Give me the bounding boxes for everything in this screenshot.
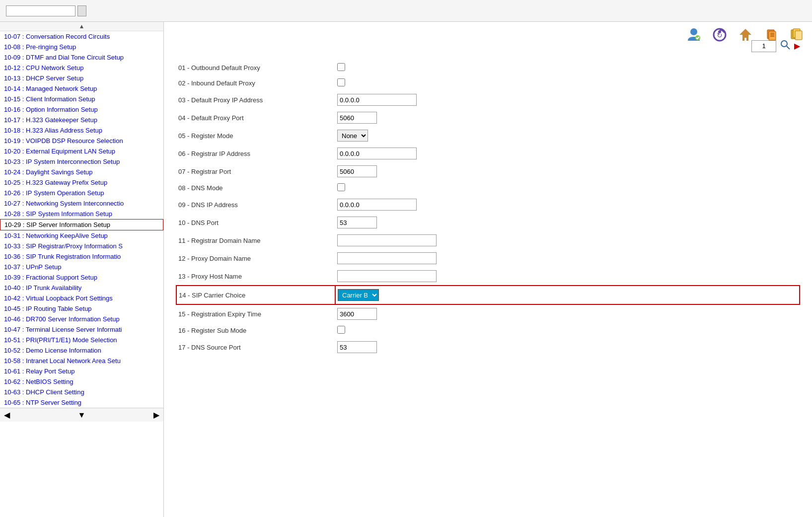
sidebar-item-10-12[interactable]: 10-12 : CPU Network Setup — [0, 63, 163, 73]
text-input-07[interactable] — [337, 165, 377, 177]
sidebar-item-10-24[interactable]: 10-24 : Daylight Savings Setup — [0, 167, 163, 177]
sidebar-item-10-29[interactable]: 10-29 : SIP Server Information Setup — [0, 219, 163, 230]
sidebar-item-10-23[interactable]: 10-23 : IP System Interconnection Setup — [0, 156, 163, 167]
field-label-17: 17 - DNS Source Port — [176, 338, 335, 356]
refresh-button[interactable]: ↻ — [711, 26, 729, 45]
field-label-09: 09 - DNS IP Address — [176, 196, 335, 214]
sidebar-item-10-26[interactable]: 10-26 : IP System Operation Setup — [0, 188, 163, 198]
sidebar-item-10-17[interactable]: 10-17 : H.323 Gatekeeper Setup — [0, 115, 163, 125]
text-input-10[interactable] — [337, 217, 377, 228]
sidebar-scroll-down-btn[interactable]: ▼ — [78, 410, 86, 420]
sidebar-item-10-61[interactable]: 10-61 : Relay Port Setup — [0, 366, 163, 376]
sidebar-item-10-18[interactable]: 10-18 : H.323 Alias Address Setup — [0, 125, 163, 136]
sidebar-item-10-47[interactable]: 10-47 : Terminal License Server Informat… — [0, 324, 163, 335]
checkbox-08[interactable] — [337, 183, 345, 191]
select-05[interactable]: None — [337, 130, 368, 142]
sidebar-item-10-09[interactable]: 10-09 : DTMF and Dial Tone Circuit Setup — [0, 52, 163, 63]
sidebar-item-10-33[interactable]: 10-33 : SIP Registrar/Proxy Information … — [0, 241, 163, 251]
sidebar-item-10-13[interactable]: 10-13 : DHCP Server Setup — [0, 73, 163, 83]
field-label-14: 14 - SIP Carrier Choice — [176, 286, 335, 304]
sidebar-item-10-19[interactable]: 10-19 : VOIPDB DSP Resource Selection — [0, 136, 163, 146]
text-input-09[interactable] — [337, 199, 417, 211]
copy-button[interactable] — [762, 26, 780, 45]
sidebar-scroll-up[interactable] — [0, 22, 163, 31]
field-value-06 — [335, 145, 800, 162]
field-value-07 — [335, 162, 800, 180]
checkbox-02[interactable] — [337, 78, 345, 86]
sidebar-item-10-28[interactable]: 10-28 : SIP System Information Setup — [0, 209, 163, 219]
field-label-06: 06 - Registrar IP Address — [176, 145, 335, 162]
field-value-05: None — [335, 127, 800, 145]
copy-group-button[interactable] — [788, 26, 806, 45]
field-label-05: 05 - Register Mode — [176, 127, 335, 145]
field-value-08 — [335, 180, 800, 196]
sidebar-item-10-40[interactable]: 10-40 : IP Trunk Availability — [0, 283, 163, 293]
form-row-06: 06 - Registrar IP Address — [176, 145, 800, 162]
form-row-03: 03 - Default Proxy IP Address — [176, 91, 800, 109]
checkbox-16[interactable] — [337, 326, 345, 334]
sidebar-item-10-42[interactable]: 10-42 : Virtual Loopback Port Settings — [0, 293, 163, 303]
apply-button[interactable] — [685, 26, 703, 45]
sidebar-scroll-right-btn[interactable]: ▶ — [153, 410, 159, 420]
home-icon — [737, 26, 754, 44]
sidebar-item-10-65[interactable]: 10-65 : NTP Server Setting — [0, 397, 163, 408]
sidebar-item-10-51[interactable]: 10-51 : PRI(PRI/T1/E1) Mode Selection — [0, 335, 163, 345]
sidebar-item-10-08[interactable]: 10-08 : Pre-ringing Setup — [0, 42, 163, 52]
form-row-02: 02 - Inbound Default Proxy — [176, 75, 800, 91]
field-value-13 — [335, 267, 800, 286]
sidebar-item-10-62[interactable]: 10-62 : NetBIOS Setting — [0, 376, 163, 387]
form-row-04: 04 - Default Proxy Port — [176, 109, 800, 127]
field-value-14: Carrier B — [335, 286, 800, 304]
sidebar: 10-07 : Conversation Record Circuits10-0… — [0, 22, 164, 517]
sidebar-item-10-39[interactable]: 10-39 : Fractional Support Setup — [0, 272, 163, 283]
sidebar-item-10-63[interactable]: 10-63 : DHCP Client Setting — [0, 387, 163, 397]
form-row-08: 08 - DNS Mode — [176, 180, 800, 196]
text-input-06[interactable] — [337, 148, 417, 159]
sidebar-item-10-16[interactable]: 10-16 : Option Information Setup — [0, 104, 163, 115]
text-input-15[interactable] — [337, 308, 377, 320]
field-label-08: 08 - DNS Mode — [176, 180, 335, 196]
form-row-05: 05 - Register ModeNone — [176, 127, 800, 145]
sidebar-item-10-58[interactable]: 10-58 : Intranet Local Network Area Setu — [0, 356, 163, 366]
text-input-11[interactable] — [337, 234, 437, 246]
field-label-02: 02 - Inbound Default Proxy — [176, 75, 335, 91]
sidebar-item-10-07[interactable]: 10-07 : Conversation Record Circuits — [0, 31, 163, 42]
field-label-10: 10 - DNS Port — [176, 214, 335, 231]
text-input-12[interactable] — [337, 252, 437, 264]
svg-marker-5 — [739, 29, 751, 35]
carrier-select-14[interactable]: Carrier B — [338, 289, 379, 301]
sidebar-item-10-52[interactable]: 10-52 : Demo License Information — [0, 345, 163, 356]
svg-rect-9 — [769, 31, 776, 40]
sidebar-item-10-45[interactable]: 10-45 : IP Routing Table Setup — [0, 303, 163, 314]
checkbox-01[interactable] — [337, 63, 345, 71]
sidebar-item-10-46[interactable]: 10-46 : DR700 Server Information Setup — [0, 314, 163, 324]
field-value-02 — [335, 75, 800, 91]
sidebar-item-10-31[interactable]: 10-31 : Networking KeepAlive Setup — [0, 230, 163, 241]
sidebar-item-10-25[interactable]: 10-25 : H.323 Gateway Prefix Setup — [0, 177, 163, 188]
field-value-16 — [335, 323, 800, 338]
search-input[interactable] — [6, 5, 75, 16]
text-input-13[interactable] — [337, 270, 437, 282]
text-input-04[interactable] — [337, 112, 377, 124]
sidebar-scroll-left-btn[interactable]: ◀ — [4, 410, 10, 420]
text-input-03[interactable] — [337, 94, 417, 106]
go-button[interactable] — [77, 5, 86, 16]
sidebar-item-10-14[interactable]: 10-14 : Managed Network Setup — [0, 83, 163, 94]
sidebar-item-10-20[interactable]: 10-20 : External Equipment LAN Setup — [0, 146, 163, 156]
field-value-12 — [335, 249, 800, 267]
toolbar: ↻ — [679, 22, 812, 49]
content-area: ▶ 01 - Outbound Default Proxy02 - Inboun… — [164, 22, 812, 517]
text-input-17[interactable] — [337, 341, 377, 353]
sidebar-item-10-36[interactable]: 10-36 : SIP Trunk Registration Informati… — [0, 251, 163, 262]
form-table: 01 - Outbound Default Proxy02 - Inbound … — [176, 60, 800, 356]
form-row-13: 13 - Proxy Host Name — [176, 267, 800, 286]
svg-text:↻: ↻ — [717, 31, 723, 39]
sidebar-item-10-37[interactable]: 10-37 : UPnP Setup — [0, 262, 163, 272]
svg-rect-7 — [744, 38, 746, 41]
refresh-icon: ↻ — [711, 26, 729, 44]
home-button[interactable] — [737, 26, 754, 45]
sidebar-item-10-15[interactable]: 10-15 : Client Information Setup — [0, 94, 163, 104]
sidebar-item-10-27[interactable]: 10-27 : Networking System Interconnectio — [0, 198, 163, 209]
field-label-16: 16 - Register Sub Mode — [176, 323, 335, 338]
svg-rect-15 — [795, 31, 802, 40]
